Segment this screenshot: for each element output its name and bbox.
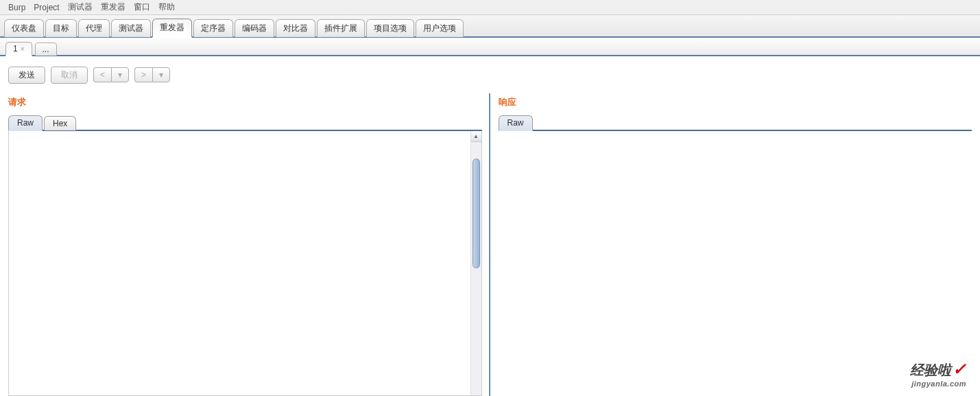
main-tab-9[interactable]: 项目选项 <box>366 19 414 37</box>
menu-item-1[interactable]: Project <box>31 1 62 14</box>
response-content[interactable] <box>499 131 972 396</box>
main-tab-5[interactable]: 定序器 <box>193 19 233 37</box>
menu-item-4[interactable]: 窗口 <box>131 0 153 14</box>
request-title: 请求 <box>8 96 482 108</box>
menu-item-0[interactable]: Burp <box>5 1 28 14</box>
request-scrollbar[interactable]: ▲ <box>470 131 481 395</box>
close-icon[interactable]: × <box>21 45 25 53</box>
sub-tab-label: 1 <box>13 44 18 54</box>
watermark-brand: 经验啦 <box>910 362 951 377</box>
menu-item-2[interactable]: 测试器 <box>65 0 95 14</box>
request-view-tabs: RawHex <box>8 114 482 131</box>
split-panes: 请求 RawHex ▲ 响应 Raw <box>0 93 980 396</box>
sub-tab-1[interactable]: ... <box>35 43 57 56</box>
history-next-button[interactable]: > <box>134 67 152 82</box>
main-tab-0[interactable]: 仪表盘 <box>4 19 44 37</box>
main-tab-7[interactable]: 对比器 <box>276 19 315 37</box>
main-tab-10[interactable]: 用户选项 <box>416 19 464 37</box>
main-tab-1[interactable]: 目标 <box>45 19 77 37</box>
history-prev-button[interactable]: < <box>93 67 111 82</box>
response-pane: 响应 Raw <box>490 93 981 396</box>
response-view-tabs: Raw <box>499 114 972 131</box>
main-tab-3[interactable]: 测试器 <box>111 19 151 37</box>
menu-item-3[interactable]: 重发器 <box>98 0 128 14</box>
check-icon: ✓ <box>953 360 966 378</box>
request-content[interactable]: ▲ <box>8 131 482 396</box>
watermark-url: jingyanla.com <box>910 380 966 388</box>
request-viewtab-raw[interactable]: Raw <box>8 115 43 131</box>
send-button[interactable]: 发送 <box>8 67 45 84</box>
repeater-toolbar: 发送 取消 < ▾ > ▾ <box>0 56 980 93</box>
request-pane: 请求 RawHex ▲ <box>0 93 490 396</box>
response-title: 响应 <box>499 96 972 108</box>
scroll-up-icon[interactable]: ▲ <box>471 131 481 142</box>
main-tab-2[interactable]: 代理 <box>78 19 110 37</box>
response-viewtab-raw[interactable]: Raw <box>499 115 533 131</box>
history-prev-group: < ▾ <box>93 67 129 82</box>
main-tab-4[interactable]: 重发器 <box>152 19 192 38</box>
main-tab-8[interactable]: 插件扩展 <box>317 19 365 37</box>
repeater-sub-tab-bar: 1×... <box>0 38 980 56</box>
scroll-thumb[interactable] <box>473 159 480 268</box>
history-prev-dropdown[interactable]: ▾ <box>111 67 129 82</box>
sub-tab-label: ... <box>43 45 49 54</box>
history-next-dropdown[interactable]: ▾ <box>152 67 170 82</box>
request-viewtab-hex[interactable]: Hex <box>44 116 76 130</box>
watermark: 经验啦✓ jingyanla.com <box>910 360 966 388</box>
sub-tab-0[interactable]: 1× <box>5 42 32 56</box>
history-next-group: > ▾ <box>134 67 170 82</box>
menubar: BurpProject测试器重发器窗口帮助 <box>0 0 980 15</box>
menu-item-5[interactable]: 帮助 <box>156 0 178 14</box>
cancel-button[interactable]: 取消 <box>51 67 88 84</box>
main-tab-6[interactable]: 编码器 <box>235 19 274 37</box>
main-tab-bar: 仪表盘目标代理测试器重发器定序器编码器对比器插件扩展项目选项用户选项 <box>0 15 980 38</box>
